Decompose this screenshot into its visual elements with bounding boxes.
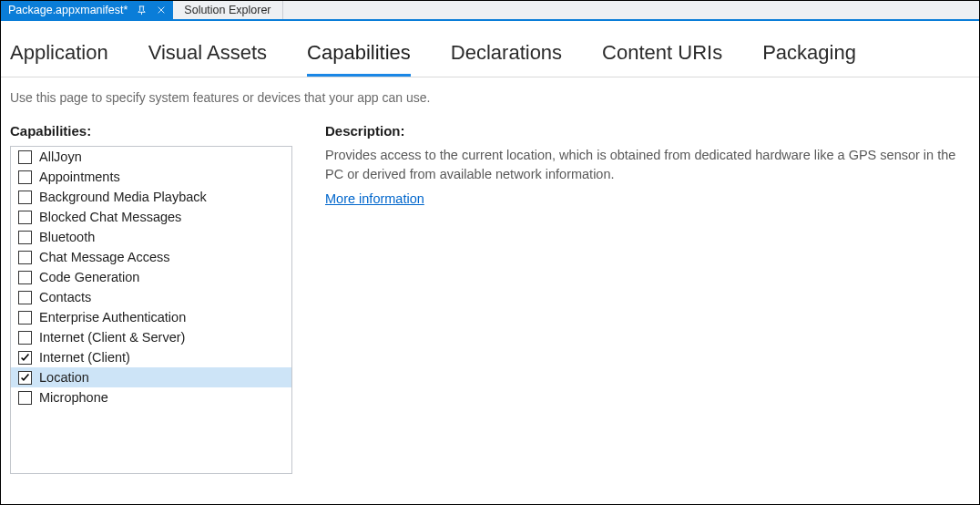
capability-item[interactable]: Internet (Client) xyxy=(11,347,291,367)
capabilities-panel: Capabilities: AllJoynAppointmentsBackgro… xyxy=(10,123,292,474)
nav-tab-packaging[interactable]: Packaging xyxy=(762,41,856,77)
more-information-link[interactable]: More information xyxy=(325,191,424,206)
nav-tab-capabilities[interactable]: Capabilities xyxy=(307,41,411,77)
nav-tab-visual-assets[interactable]: Visual Assets xyxy=(148,41,267,77)
capability-item[interactable]: Background Media Playback xyxy=(11,187,291,207)
capability-label: Internet (Client & Server) xyxy=(39,330,185,345)
tabbar-spacer xyxy=(283,1,979,19)
capability-label: Location xyxy=(39,370,89,385)
checkbox[interactable] xyxy=(18,251,32,264)
capability-label: Appointments xyxy=(39,170,120,184)
checkbox[interactable] xyxy=(18,271,32,284)
capability-label: Internet (Client) xyxy=(39,350,130,365)
nav-tab-application[interactable]: Application xyxy=(10,41,108,77)
capability-item[interactable]: Contacts xyxy=(11,287,291,307)
capability-item[interactable]: Internet (Client & Server) xyxy=(11,327,291,347)
checkbox[interactable] xyxy=(18,191,32,204)
checkbox[interactable] xyxy=(18,150,32,164)
capability-label: Microphone xyxy=(39,390,108,405)
capability-label: Contacts xyxy=(39,290,91,304)
capability-label: Chat Message Access xyxy=(39,250,169,264)
capability-item[interactable]: AllJoyn xyxy=(11,147,291,167)
capability-label: Background Media Playback xyxy=(39,190,207,204)
tab-label: Package.appxmanifest* xyxy=(8,4,128,16)
document-tabbar: Package.appxmanifest* Solution Explorer xyxy=(1,1,979,21)
capability-item[interactable]: Code Generation xyxy=(11,267,291,287)
capability-item[interactable]: Blocked Chat Messages xyxy=(11,207,291,227)
checkbox[interactable] xyxy=(18,351,32,365)
capability-label: Bluetooth xyxy=(39,230,95,244)
tab-label: Solution Explorer xyxy=(184,4,271,16)
capability-item[interactable]: Location xyxy=(11,367,291,387)
page-description: Use this page to specify system features… xyxy=(1,77,979,123)
checkbox[interactable] xyxy=(18,331,32,345)
main-content: Capabilities: AllJoynAppointmentsBackgro… xyxy=(1,123,979,474)
capability-item[interactable]: Microphone xyxy=(11,387,291,407)
capability-label: Enterprise Authentication xyxy=(39,310,186,325)
capability-item[interactable]: Chat Message Access xyxy=(11,247,291,267)
nav-tab-declarations[interactable]: Declarations xyxy=(451,41,562,77)
checkbox[interactable] xyxy=(18,170,32,184)
manifest-nav-tabs: ApplicationVisual AssetsCapabilitiesDecl… xyxy=(1,21,979,77)
close-icon[interactable] xyxy=(155,4,168,16)
tab-package-appxmanifest[interactable]: Package.appxmanifest* xyxy=(1,1,173,19)
description-label: Description: xyxy=(325,123,970,139)
checkbox[interactable] xyxy=(18,311,32,325)
pin-icon[interactable] xyxy=(135,4,148,16)
tab-solution-explorer[interactable]: Solution Explorer xyxy=(173,1,282,19)
capability-label: Code Generation xyxy=(39,270,139,284)
capability-item[interactable]: Bluetooth xyxy=(11,227,291,247)
capability-item[interactable]: Enterprise Authentication xyxy=(11,307,291,327)
capability-label: AllJoyn xyxy=(39,149,82,164)
capability-item[interactable]: Appointments xyxy=(11,167,291,187)
capability-label: Blocked Chat Messages xyxy=(39,210,181,224)
checkbox[interactable] xyxy=(18,371,32,385)
checkbox[interactable] xyxy=(18,211,32,224)
description-text: Provides access to the current location,… xyxy=(325,146,970,184)
checkbox[interactable] xyxy=(18,231,32,244)
nav-tab-content-uris[interactable]: Content URIs xyxy=(602,41,722,77)
description-panel: Description: Provides access to the curr… xyxy=(325,123,970,474)
capabilities-label: Capabilities: xyxy=(10,123,292,139)
capabilities-list[interactable]: AllJoynAppointmentsBackground Media Play… xyxy=(10,146,292,474)
checkbox[interactable] xyxy=(18,391,32,405)
checkbox[interactable] xyxy=(18,291,32,304)
